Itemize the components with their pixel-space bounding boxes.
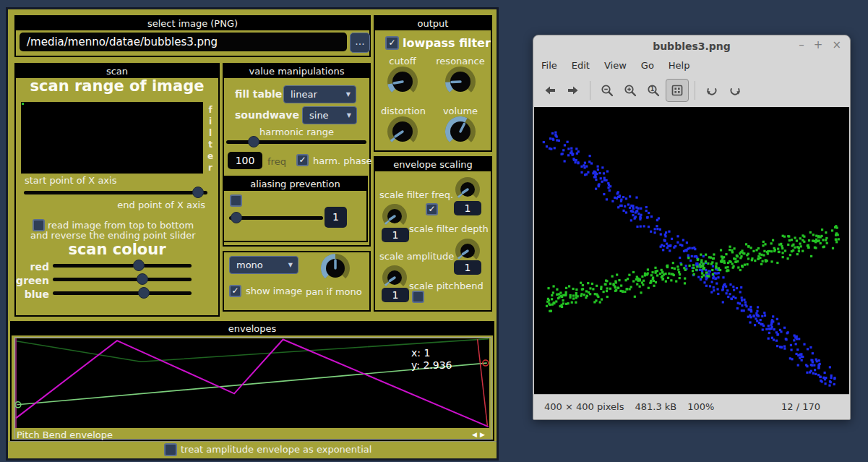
image-index: 12 / 170: [781, 401, 820, 412]
menu-view[interactable]: View: [604, 60, 627, 71]
scale-filter-freq-checkbox[interactable]: ✓: [426, 203, 438, 215]
menu-go[interactable]: Go: [641, 60, 654, 71]
scan-title: scan: [16, 64, 218, 78]
slider-thumb[interactable]: [248, 136, 259, 147]
fill-table-dropdown[interactable]: linear ▼: [283, 85, 356, 103]
amplitude-exponential-label: treat amplitude envelope as exponential: [181, 444, 371, 455]
statusbar: 400 × 400 pixels 481.3 kB 100% 12 / 170: [534, 394, 849, 419]
distortion-label: distortion: [381, 106, 424, 116]
tooltip-y: y: 2.936: [411, 359, 452, 372]
slider-track: [24, 191, 207, 194]
bubbles-image: [534, 107, 849, 394]
select-image-title: select image (PNG): [16, 17, 369, 30]
pan-knob[interactable]: [321, 254, 350, 286]
scale-amplitude-label: scale amplitude: [379, 251, 454, 262]
slider-track: [229, 216, 323, 220]
harmonic-range-slider[interactable]: [226, 136, 366, 147]
aliasing-title: aliasing prevention: [224, 177, 366, 191]
envelope-prev-icon[interactable]: ◀: [472, 431, 477, 438]
freq-label: freq: [267, 156, 286, 167]
channel-value: mono: [236, 260, 263, 270]
file-size: 481.3 kB: [635, 401, 676, 412]
scale-pitchbend-value[interactable]: 1: [382, 288, 409, 302]
menu-edit[interactable]: Edit: [572, 60, 590, 71]
output-title: output: [375, 17, 491, 30]
scan-preview[interactable]: [21, 102, 203, 174]
output-group: output ✓ lowpass filter cutoff resonance…: [374, 15, 492, 152]
harm-phase-checkbox[interactable]: ✓: [296, 154, 309, 166]
scale-filter-freq-value[interactable]: 1: [454, 201, 481, 215]
freq-input[interactable]: 100: [228, 152, 262, 169]
slider-thumb[interactable]: [137, 273, 148, 285]
slider-track: [53, 278, 192, 281]
slider-thumb[interactable]: [138, 287, 150, 299]
chevron-down-icon: ▼: [346, 86, 351, 103]
scan-start-marker: [22, 103, 24, 105]
rotate-right-button[interactable]: [724, 80, 746, 101]
image-display-area: [534, 107, 849, 394]
zoom-out-icon: [600, 83, 614, 98]
image-viewer-window: bubbles3.png – + × File Edit View Go Hel…: [533, 35, 851, 420]
lowpass-filter-checkbox[interactable]: ✓: [385, 36, 399, 50]
minimize-button[interactable]: –: [799, 38, 804, 51]
slider-thumb[interactable]: [133, 260, 145, 271]
channel-dropdown[interactable]: mono ▼: [229, 256, 298, 274]
chevron-down-icon: ▼: [347, 107, 351, 124]
blue-slider[interactable]: [53, 287, 192, 299]
aliasing-slider[interactable]: [229, 212, 323, 223]
x-range-slider[interactable]: [24, 187, 207, 198]
red-slider[interactable]: [53, 260, 192, 271]
back-button[interactable]: [539, 80, 561, 101]
scale-filter-depth-label: scale filter depth: [409, 223, 489, 234]
envelope-next-icon[interactable]: ▶: [480, 431, 485, 438]
scan-group: scan scan range of image filter start po…: [14, 63, 220, 317]
scale-filter-depth-value[interactable]: 1: [382, 228, 409, 242]
resonance-knob[interactable]: [445, 67, 476, 100]
envelope-plot[interactable]: x: 1 y: 2.936: [15, 338, 489, 428]
aliasing-checkbox[interactable]: [230, 194, 242, 207]
distortion-knob[interactable]: [387, 116, 418, 150]
cutoff-label: cutoff: [381, 56, 424, 67]
slider-thumb[interactable]: [192, 187, 204, 198]
forward-icon: [566, 83, 580, 98]
zoom-level: 100%: [687, 401, 714, 412]
synth-app-window: select image (PNG) /media/menno/datae/bu…: [6, 7, 499, 461]
toolbar-separator: [695, 81, 695, 100]
rotate-left-button[interactable]: [701, 80, 723, 101]
slider-thumb[interactable]: [231, 212, 242, 223]
browse-button[interactable]: ...: [350, 33, 370, 53]
best-fit-button[interactable]: [666, 79, 689, 102]
volume-label: volume: [436, 106, 485, 116]
volume-knob[interactable]: [445, 116, 476, 150]
scale-pitchbend-checkbox[interactable]: [412, 291, 424, 303]
green-slider[interactable]: [53, 273, 192, 285]
menu-file[interactable]: File: [541, 60, 557, 71]
soundwave-dropdown[interactable]: sine ▼: [302, 106, 357, 124]
aliasing-value[interactable]: 1: [325, 207, 347, 228]
scale-filter-freq-label: scale filter freq.: [379, 189, 453, 200]
scale-amplitude-value[interactable]: 1: [454, 260, 481, 275]
fill-table-value: linear: [291, 89, 317, 100]
menu-help[interactable]: Help: [669, 60, 690, 71]
close-button[interactable]: ×: [832, 38, 841, 51]
zoom-in-button[interactable]: [619, 80, 641, 101]
soundwave-value: sine: [309, 110, 329, 121]
zoom-out-button[interactable]: [596, 80, 618, 101]
filter-vertical-label: filter: [205, 105, 215, 174]
scan-heading: scan range of image: [16, 77, 218, 95]
zoom-normal-button[interactable]: 1: [643, 80, 664, 101]
amplitude-exponential-checkbox[interactable]: [164, 443, 177, 456]
maximize-button[interactable]: +: [814, 38, 823, 51]
resonance-label: resonance: [436, 56, 485, 67]
svg-text:1: 1: [650, 86, 655, 93]
select-image-group: select image (PNG) /media/menno/datae/bu…: [14, 15, 371, 57]
current-envelope-label: Pitch Bend envelope: [17, 429, 113, 440]
cutoff-knob[interactable]: [387, 67, 418, 100]
envelopes-title: envelopes: [12, 322, 493, 335]
harm-phase-label: harm. phase: [313, 155, 371, 166]
rotate-left-icon: [705, 83, 719, 98]
forward-button[interactable]: [562, 80, 584, 101]
image-path-input[interactable]: /media/menno/datae/bubbles3.png: [20, 33, 347, 51]
show-image-checkbox[interactable]: ✓: [229, 285, 241, 297]
end-point-label: end point of X axis: [117, 200, 205, 210]
